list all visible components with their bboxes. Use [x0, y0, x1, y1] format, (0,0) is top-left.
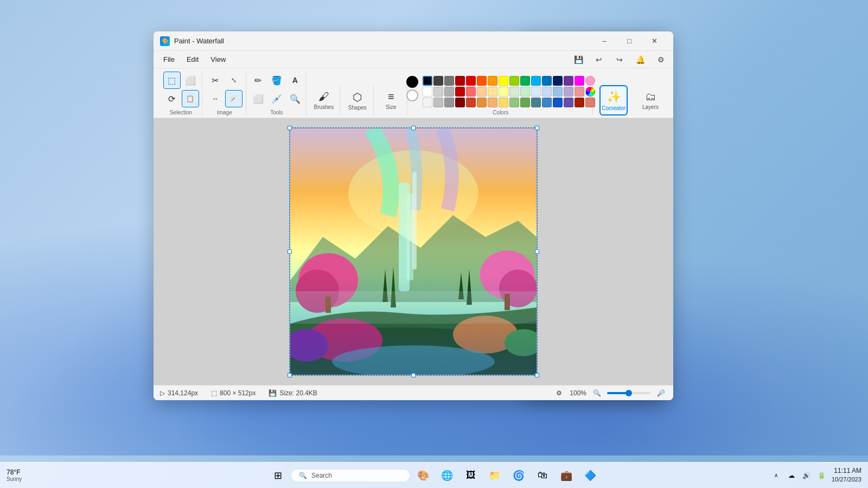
- color-swatch[interactable]: [488, 76, 497, 86]
- start-button[interactable]: ⊞: [267, 465, 289, 486]
- taskbar-store-button[interactable]: 🛍: [532, 465, 553, 486]
- color-black[interactable]: [423, 76, 432, 86]
- color-swatch[interactable]: [455, 76, 465, 86]
- close-button[interactable]: ✕: [642, 31, 667, 51]
- canvas-area[interactable]: [154, 118, 673, 385]
- taskbar-files-button[interactable]: 📁: [484, 465, 506, 486]
- erase-bg-button[interactable]: 🪄: [225, 90, 242, 107]
- minimize-button[interactable]: –: [592, 31, 617, 51]
- undo-button[interactable]: ↩: [591, 52, 607, 67]
- cocreator-ribbon-button[interactable]: ✨ Cocreator: [599, 85, 628, 115]
- background-color[interactable]: [406, 89, 418, 101]
- pencil-button[interactable]: ✏: [250, 72, 267, 89]
- color-swatch[interactable]: [423, 98, 432, 107]
- search-bar[interactable]: 🔍 Search: [291, 469, 410, 482]
- color-swatch[interactable]: [423, 87, 432, 97]
- color-swatch[interactable]: [499, 76, 508, 86]
- color-swatch[interactable]: [466, 76, 476, 86]
- selection-paste-button[interactable]: 📋: [182, 90, 199, 107]
- time-display[interactable]: 11:11 AM 10/27/2023: [832, 466, 861, 484]
- color-swatch[interactable]: [553, 76, 563, 86]
- color-swatch[interactable]: [433, 87, 443, 97]
- color-swatch[interactable]: [553, 87, 563, 97]
- color-swatch[interactable]: [433, 76, 443, 86]
- zoom-in-button[interactable]: 🔎: [655, 387, 667, 399]
- color-swatch[interactable]: [488, 87, 497, 97]
- settings-button[interactable]: ⚙: [653, 52, 669, 67]
- taskbar-paint-button[interactable]: 🎨: [412, 465, 434, 486]
- eyedropper-button[interactable]: 💉: [268, 90, 285, 107]
- menu-file[interactable]: File: [158, 53, 180, 66]
- color-swatch[interactable]: [477, 98, 487, 107]
- network-icon[interactable]: ☁: [785, 469, 798, 482]
- zoom-out-button[interactable]: 🔍: [591, 387, 603, 399]
- color-swatch[interactable]: [455, 87, 465, 97]
- color-swatch[interactable]: [509, 76, 519, 86]
- color-swatch[interactable]: [542, 76, 552, 86]
- color-swatch[interactable]: [466, 98, 476, 107]
- save-button[interactable]: 💾: [570, 52, 586, 67]
- zoom-slider[interactable]: [607, 392, 650, 394]
- taskbar-app3-button[interactable]: 🔷: [579, 465, 601, 486]
- maximize-button[interactable]: □: [617, 31, 642, 51]
- layers-ribbon-button[interactable]: 🗂 Layers: [639, 85, 662, 115]
- zoom-button[interactable]: 🔍: [286, 90, 304, 107]
- selection-free-button[interactable]: ⬜: [182, 72, 199, 89]
- taskbar-app2-button[interactable]: 🖼: [460, 465, 482, 486]
- taskbar-app1-button[interactable]: 🌐: [436, 465, 458, 486]
- color-swatch[interactable]: [444, 98, 454, 107]
- color-swatch[interactable]: [531, 87, 541, 97]
- selection-rect-button[interactable]: ⬚: [163, 72, 181, 89]
- battery-icon[interactable]: 🔋: [815, 469, 828, 482]
- color-swatch[interactable]: [509, 98, 519, 107]
- tray-expand-button[interactable]: ∧: [770, 469, 783, 482]
- shapes-button[interactable]: ⬡ Shapes: [347, 85, 368, 115]
- color-swatch[interactable]: [455, 98, 465, 107]
- color-swatch[interactable]: [477, 76, 487, 86]
- color-swatch[interactable]: [585, 98, 595, 107]
- color-swatch[interactable]: [444, 87, 454, 97]
- color-swatch[interactable]: [564, 98, 573, 107]
- color-swatch[interactable]: [542, 87, 552, 97]
- color-swatch[interactable]: [466, 87, 476, 97]
- color-swatch[interactable]: [477, 87, 487, 97]
- color-swatch[interactable]: [564, 87, 573, 97]
- size-button[interactable]: ≡ Size: [380, 85, 402, 115]
- text-button[interactable]: A: [286, 72, 304, 89]
- color-swatch[interactable]: [520, 98, 530, 107]
- taskbar-teams-button[interactable]: 💼: [556, 465, 577, 486]
- speaker-icon[interactable]: 🔊: [800, 469, 813, 482]
- taskbar-edge-button[interactable]: 🌀: [508, 465, 529, 486]
- color-swatch[interactable]: [553, 98, 563, 107]
- color-swatch[interactable]: [433, 98, 443, 107]
- brushes-button[interactable]: 🖌 Brushes: [313, 85, 335, 115]
- flip-button[interactable]: ↔: [207, 90, 224, 107]
- color-swatch[interactable]: [509, 87, 519, 97]
- resize-button[interactable]: ⤡: [225, 72, 242, 89]
- color-swatch[interactable]: [444, 76, 454, 86]
- crop-button[interactable]: ✂: [207, 72, 224, 89]
- color-rainbow[interactable]: [585, 76, 595, 86]
- color-swatch[interactable]: [520, 87, 530, 97]
- color-swatch[interactable]: [499, 98, 508, 107]
- color-swatch[interactable]: [585, 87, 595, 97]
- redo-button[interactable]: ↪: [611, 52, 628, 67]
- color-swatch[interactable]: [575, 98, 584, 107]
- color-swatch[interactable]: [488, 98, 497, 107]
- foreground-color[interactable]: [406, 76, 418, 88]
- menu-edit[interactable]: Edit: [181, 53, 204, 66]
- eraser-button[interactable]: ⬜: [250, 90, 267, 107]
- zoom-thumb[interactable]: [626, 390, 632, 396]
- selection-transform-button[interactable]: ⟳: [163, 90, 181, 107]
- color-swatch[interactable]: [575, 87, 584, 97]
- fill-button[interactable]: 🪣: [268, 72, 285, 89]
- fit-view-button[interactable]: ⚙: [552, 387, 565, 400]
- color-swatch[interactable]: [531, 98, 541, 107]
- color-swatch[interactable]: [531, 76, 541, 86]
- color-swatch[interactable]: [575, 76, 584, 86]
- color-swatch[interactable]: [520, 76, 530, 86]
- menu-view[interactable]: View: [205, 53, 231, 66]
- color-swatch[interactable]: [564, 76, 573, 86]
- color-swatch[interactable]: [542, 98, 552, 107]
- bell-button[interactable]: 🔔: [632, 52, 648, 67]
